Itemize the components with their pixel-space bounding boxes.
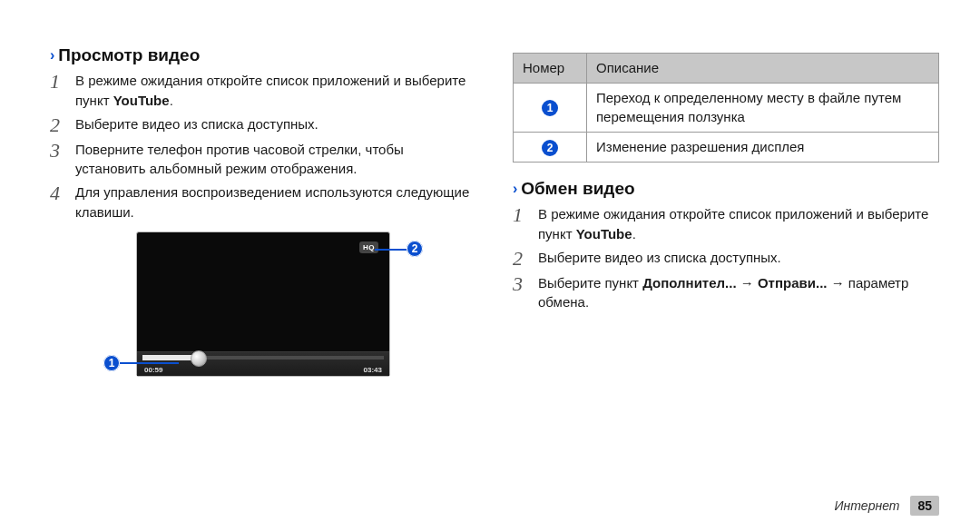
- cell-desc: Изменение разрешения дисплея: [587, 132, 939, 162]
- col-header-num: Номер: [514, 54, 587, 84]
- seek-progress: [142, 355, 198, 360]
- time-current: 00:59: [144, 366, 162, 374]
- cell-desc: Переход к определенному месту в файле пу…: [587, 84, 939, 133]
- step-item: 2 Выберите видео из списка доступных.: [50, 114, 476, 136]
- step-text: Выберите пункт Дополнител... → Отправи..…: [538, 273, 939, 313]
- steps-view: 1 В режиме ожидания откройте список прил…: [50, 71, 476, 222]
- step-item: 3 Поверните телефон против часовой стрел…: [50, 140, 476, 180]
- step-text: В режиме ожидания откройте список прилож…: [538, 204, 939, 244]
- step-text: В режиме ожидания откройте список прилож…: [75, 71, 476, 111]
- chevron-right-icon: ›: [50, 47, 54, 64]
- table-header-row: Номер Описание: [514, 54, 939, 84]
- heading-text: Просмотр видео: [58, 45, 200, 65]
- step-number: 1: [513, 204, 538, 226]
- leader-line-2: [375, 249, 407, 251]
- chevron-right-icon: ›: [513, 181, 517, 197]
- callout-table: Номер Описание 1 Переход к определенному…: [513, 53, 939, 163]
- step-number: 2: [50, 114, 75, 136]
- step-number: 4: [50, 182, 75, 204]
- section-heading-view: › Просмотр видео: [50, 45, 476, 65]
- heading-text: Обмен видео: [521, 179, 634, 199]
- page-footer: Интернет 85: [834, 496, 939, 516]
- step-item: 2 Выберите видео из списка доступных.: [513, 248, 939, 270]
- col-header-desc: Описание: [587, 54, 939, 84]
- cell-num: 1: [514, 84, 587, 133]
- step-number: 3: [513, 273, 538, 295]
- section-heading-share: › Обмен видео: [513, 179, 939, 199]
- page: › Просмотр видео 1 В режиме ожидания отк…: [0, 0, 980, 532]
- seek-thumb[interactable]: [191, 350, 207, 367]
- callout-2: 2: [407, 241, 423, 257]
- step-item: 4 Для управления воспроизведением исполь…: [50, 182, 476, 222]
- left-column: › Просмотр видео 1 В режиме ожидания отк…: [50, 36, 495, 514]
- hq-badge[interactable]: HQ: [359, 241, 378, 253]
- step-item: 1 В режиме ожидания откройте список прил…: [50, 71, 476, 111]
- step-text: Для управления воспроизведением использу…: [75, 182, 476, 222]
- footer-section: Интернет: [834, 498, 899, 513]
- step-text: Выберите видео из списка доступных.: [538, 248, 939, 268]
- right-column: Номер Описание 1 Переход к определенному…: [495, 36, 939, 514]
- step-text: Выберите видео из списка доступных.: [75, 114, 476, 134]
- step-number: 1: [50, 71, 75, 93]
- table-row: 2 Изменение разрешения дисплея: [514, 132, 939, 162]
- step-item: 1 В режиме ожидания откройте список прил…: [513, 204, 939, 244]
- time-total: 03:43: [364, 366, 382, 374]
- screenshot-illustration: 1 2 HQ 00:59 03:43: [100, 232, 426, 377]
- step-number: 2: [513, 248, 538, 270]
- leader-line-1: [120, 362, 179, 364]
- number-badge-icon: 2: [542, 140, 558, 156]
- steps-share: 1 В режиме ожидания откройте список прил…: [513, 204, 939, 312]
- step-number: 3: [50, 140, 75, 162]
- page-number: 85: [910, 496, 939, 516]
- number-badge-icon: 1: [542, 100, 558, 116]
- step-text: Поверните телефон против часовой стрелки…: [75, 140, 476, 180]
- step-item: 3 Выберите пункт Дополнител... → Отправи…: [513, 273, 939, 313]
- video-player: HQ 00:59 03:43: [136, 232, 390, 377]
- table-row: 1 Переход к определенному месту в файле …: [514, 84, 939, 133]
- seek-track[interactable]: [142, 356, 384, 360]
- cell-num: 2: [514, 132, 587, 162]
- callout-1: 1: [103, 355, 120, 371]
